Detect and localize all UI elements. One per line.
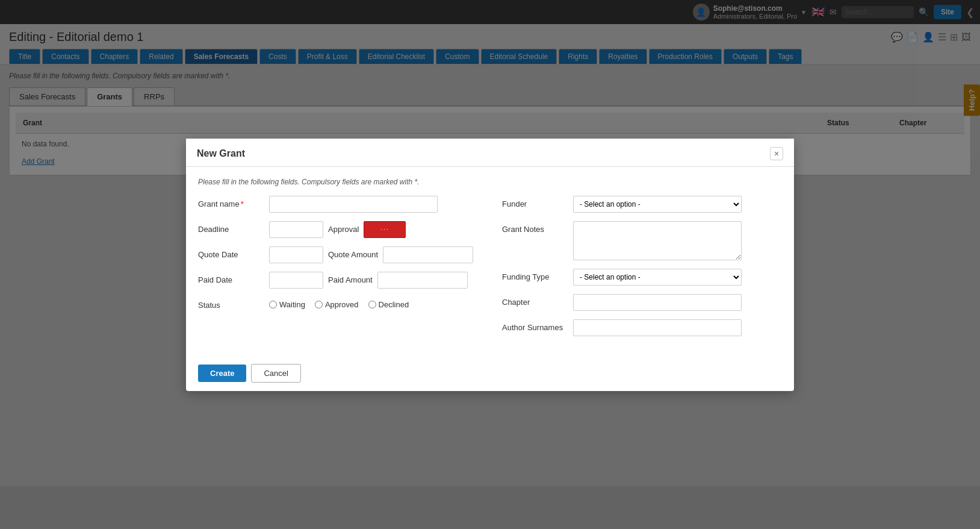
modal-header: New Grant ×: [186, 139, 794, 167]
modal-title: New Grant: [197, 148, 245, 159]
status-label: Status: [198, 297, 264, 310]
status-declined-radio[interactable]: [368, 301, 376, 308]
quote-amount-input[interactable]: [383, 246, 473, 263]
approval-dots-icon: ···: [380, 226, 389, 233]
form-columns: Grant name * Deadline Approval ···: [198, 196, 782, 345]
paid-date-input[interactable]: [269, 272, 323, 289]
grant-notes-label: Grant Notes: [502, 221, 568, 234]
grant-notes-row: Grant Notes: [502, 221, 782, 260]
status-approved-radio[interactable]: [315, 301, 323, 308]
funder-row: Funder - Select an option -: [502, 196, 782, 213]
paid-amount-label: Paid Amount: [328, 275, 373, 284]
grant-name-label: Grant name *: [198, 196, 264, 208]
create-button[interactable]: Create: [198, 365, 246, 382]
status-radio-group: Waiting Approved Declined: [269, 297, 409, 309]
quote-date-label: Quote Date: [198, 246, 264, 259]
modal-close-button[interactable]: ×: [770, 147, 783, 160]
paid-date-label: Paid Date: [198, 272, 264, 284]
cancel-button[interactable]: Cancel: [251, 364, 300, 383]
modal-footer: Create Cancel: [186, 355, 794, 391]
status-row: Status Waiting Approved: [198, 297, 478, 310]
approval-button[interactable]: ···: [364, 221, 406, 238]
status-waiting-radio[interactable]: [269, 301, 277, 308]
chapter-input[interactable]: [573, 294, 742, 311]
status-declined-label: Declined: [379, 300, 409, 309]
grant-name-row: Grant name *: [198, 196, 478, 213]
quote-amount-group: Quote Amount: [328, 246, 478, 263]
modal-body: Please fill in the following fields. Com…: [186, 167, 794, 355]
quote-row: Quote Date Quote Amount: [198, 246, 478, 263]
author-surnames-label: Author Surnames: [502, 319, 568, 332]
status-approved[interactable]: Approved: [315, 300, 359, 309]
funding-type-select[interactable]: - Select an option -: [573, 269, 742, 286]
deadline-input[interactable]: [269, 221, 323, 238]
funding-type-label: Funding Type: [502, 269, 568, 281]
author-surnames-input[interactable]: [573, 319, 742, 336]
quote-amount-label: Quote Amount: [328, 250, 378, 259]
approval-label: Approval: [328, 225, 359, 234]
form-col-right: Funder - Select an option - Grant Notes …: [502, 196, 782, 345]
status-waiting-label: Waiting: [279, 300, 305, 309]
modal-compulsory-note: Please fill in the following fields. Com…: [198, 178, 782, 186]
modal-overlay: New Grant × Please fill in the following…: [0, 0, 980, 486]
grant-name-input[interactable]: [269, 196, 438, 213]
deadline-label: Deadline: [198, 221, 264, 234]
quote-date-input[interactable]: [269, 246, 323, 263]
status-waiting[interactable]: Waiting: [269, 300, 305, 309]
status-declined[interactable]: Declined: [368, 300, 409, 309]
grant-notes-textarea[interactable]: [573, 221, 742, 260]
chapter-row: Chapter: [502, 294, 782, 311]
chapter-label: Chapter: [502, 294, 568, 307]
paid-amount-input[interactable]: [377, 272, 468, 289]
status-approved-label: Approved: [325, 300, 359, 309]
approval-group: Approval ···: [328, 221, 478, 238]
paid-row: Paid Date Paid Amount: [198, 272, 478, 289]
new-grant-modal: New Grant × Please fill in the following…: [186, 139, 794, 391]
funding-type-row: Funding Type - Select an option -: [502, 269, 782, 286]
required-star: *: [241, 199, 244, 208]
funder-label: Funder: [502, 196, 568, 208]
paid-amount-group: Paid Amount: [328, 272, 478, 289]
funder-select[interactable]: - Select an option -: [573, 196, 742, 213]
form-col-left: Grant name * Deadline Approval ···: [198, 196, 478, 345]
author-surnames-row: Author Surnames: [502, 319, 782, 336]
deadline-approval-row: Deadline Approval ···: [198, 221, 478, 238]
